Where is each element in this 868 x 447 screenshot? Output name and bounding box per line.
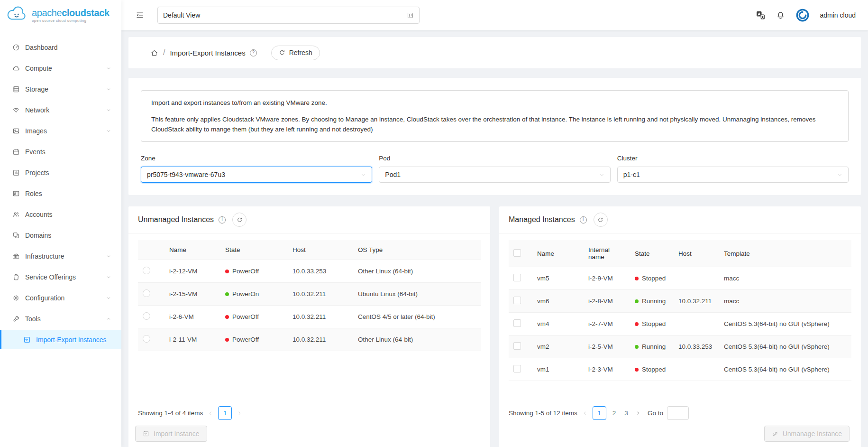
chevron-down-icon (106, 254, 111, 259)
cell-host: 10.0.32.211 (674, 290, 719, 313)
bell-icon[interactable] (776, 11, 785, 20)
managed-refresh-button[interactable] (594, 213, 608, 227)
sidebar-item-events[interactable]: Events (0, 142, 121, 161)
pagination-summary: Showing 1-5 of 12 items (509, 410, 577, 417)
state-dot (635, 345, 639, 349)
pod-select[interactable]: Pod1 (379, 167, 610, 183)
view-select[interactable]: Default View (157, 7, 420, 24)
managed-table-row[interactable]: vm6 i-2-8-VM Running 10.0.32.211 macc (509, 290, 851, 313)
sidebar-item-compute[interactable]: Compute (0, 59, 121, 78)
row-checkbox[interactable] (513, 342, 521, 350)
cell-state: Stopped (630, 313, 674, 335)
row-checkbox[interactable] (513, 297, 521, 304)
unmanaged-table-row[interactable]: i-2-6-VM PowerOff 10.0.32.211 CentOS 4/5… (138, 306, 481, 328)
unmanaged-table-row[interactable]: i-2-11-VM PowerOff 10.0.32.211 Other Lin… (138, 328, 481, 351)
cell-name: i-2-15-VM (164, 283, 220, 306)
sidebar-item-dashboard[interactable]: Dashboard (0, 38, 121, 57)
page-button-3[interactable]: 3 (622, 410, 630, 417)
menu-fold-icon[interactable] (136, 11, 144, 19)
page-button-1[interactable]: 1 (593, 406, 606, 420)
goto-page-input[interactable] (667, 406, 689, 420)
prev-page-icon[interactable] (581, 410, 589, 416)
chevron-down-icon (106, 108, 111, 112)
row-checkbox[interactable] (513, 274, 521, 281)
translate-icon[interactable] (755, 10, 766, 20)
sidebar-item-service-offerings[interactable]: Service Offerings (0, 268, 121, 287)
cell-host: 10.0.32.211 (288, 328, 353, 351)
select-all-checkbox[interactable] (513, 249, 521, 257)
unmanaged-refresh-button[interactable] (232, 213, 247, 227)
home-icon[interactable] (150, 49, 158, 57)
row-checkbox[interactable] (513, 365, 521, 372)
zone-select[interactable]: pr5075-t943-vmware-67u3 (141, 167, 372, 183)
sidebar-item-import-export-instances[interactable]: Import-Export Instances (0, 330, 121, 349)
row-radio[interactable] (143, 335, 150, 343)
question-circle-icon[interactable]: ? (250, 49, 257, 56)
prev-page-icon[interactable] (207, 410, 214, 416)
unmanaged-table-row[interactable]: i-2-15-VM PowerOn 10.0.32.211 Ubuntu Lin… (138, 283, 481, 306)
brand-apache: apache (32, 8, 62, 18)
chevron-down-icon (599, 172, 604, 177)
row-checkbox[interactable] (513, 319, 521, 327)
user-name[interactable]: admin cloud (820, 11, 856, 19)
shopping-icon (12, 273, 20, 281)
sidebar-item-infrastructure[interactable]: Infrastructure (0, 247, 121, 266)
topbar-right: admin cloud (755, 8, 856, 22)
next-page-icon[interactable] (236, 410, 243, 416)
page-button-1[interactable]: 1 (218, 406, 232, 420)
cell-host: 10.0.33.253 (288, 260, 353, 283)
unmanaged-table-row[interactable]: i-2-12-VM PowerOff 10.0.33.253 Other Lin… (138, 260, 481, 283)
tool-icon (12, 315, 20, 323)
logo[interactable]: apachecloudstack open source cloud compu… (0, 0, 121, 30)
sidebar-item-domains[interactable]: Domains (0, 226, 121, 245)
sidebar-item-projects[interactable]: Projects (0, 163, 121, 182)
state-dot (225, 292, 229, 296)
row-radio[interactable] (143, 267, 150, 274)
cell-template: CentOS 5.3(64-bit) no GUI (vSphere) (719, 358, 851, 381)
unmanaged-table: Name State Host OS Type i-2-12-VM PowerO… (138, 240, 481, 351)
sidebar-item-configuration[interactable]: Configuration (0, 289, 121, 307)
state-dot (635, 299, 639, 303)
gear-icon (12, 294, 20, 302)
unmanaged-pagination: Showing 1-4 of 4 items 1 (128, 406, 490, 420)
cell-template: CentOS 5.3(64-bit) no GUI (vSphere) (719, 335, 851, 358)
refresh-button[interactable]: Refresh (271, 46, 320, 60)
cell-os-type: Other Linux (64-bit) (353, 328, 481, 351)
panels-row: Unmanaged Instances i Name (128, 206, 861, 447)
unmanage-instance-button[interactable]: Unmanage Instance (764, 426, 850, 442)
managed-table-row[interactable]: vm1 i-2-3-VM Stopped CentOS 5.3(64-bit) … (509, 358, 851, 381)
cell-name: vm4 (532, 313, 584, 335)
cloudstack-logo-icon (6, 5, 27, 26)
info-circle-icon[interactable]: i (580, 216, 587, 224)
cell-host (674, 313, 719, 335)
managed-table-row[interactable]: vm2 i-2-5-VM Running 10.0.33.253 CentOS … (509, 335, 851, 358)
managed-table-row[interactable]: vm5 i-2-9-VM Stopped macc (509, 267, 851, 290)
table-header-row: Name Internal name State Host Template (509, 240, 851, 267)
managed-table-row[interactable]: vm4 i-2-7-VM Stopped CentOS 5.3(64-bit) … (509, 313, 851, 335)
row-radio[interactable] (143, 312, 150, 320)
select-all-header (509, 240, 532, 267)
cell-state: Running (630, 290, 674, 313)
cell-name: vm5 (532, 267, 584, 290)
chevron-down-icon (837, 172, 842, 177)
chevron-down-icon (361, 172, 366, 177)
row-radio[interactable] (143, 289, 150, 297)
sidebar-item-accounts[interactable]: Accounts (0, 205, 121, 224)
cell-template: macc (719, 290, 851, 313)
sidebar-item-network[interactable]: Network (0, 101, 121, 120)
page-button-2[interactable]: 2 (610, 410, 619, 417)
unmanaged-panel-header: Unmanaged Instances i (128, 206, 490, 233)
sidebar-item-roles[interactable]: Roles (0, 184, 121, 203)
cell-internal-name: i-2-5-VM (584, 335, 630, 358)
info-circle-icon[interactable]: i (219, 216, 226, 224)
cell-host (674, 267, 719, 290)
import-instance-button[interactable]: Import Instance (135, 426, 207, 442)
sidebar-item-images[interactable]: Images (0, 121, 121, 140)
sidebar-item-tools[interactable]: Tools (0, 309, 121, 328)
next-page-icon[interactable] (634, 410, 642, 416)
managed-pagination: Showing 1-5 of 12 items 1 2 3 Go to (499, 406, 861, 420)
user-avatar[interactable] (795, 8, 810, 22)
cell-state: PowerOff (220, 328, 288, 351)
cluster-select[interactable]: p1-c1 (617, 167, 849, 183)
sidebar-item-storage[interactable]: Storage (0, 80, 121, 99)
